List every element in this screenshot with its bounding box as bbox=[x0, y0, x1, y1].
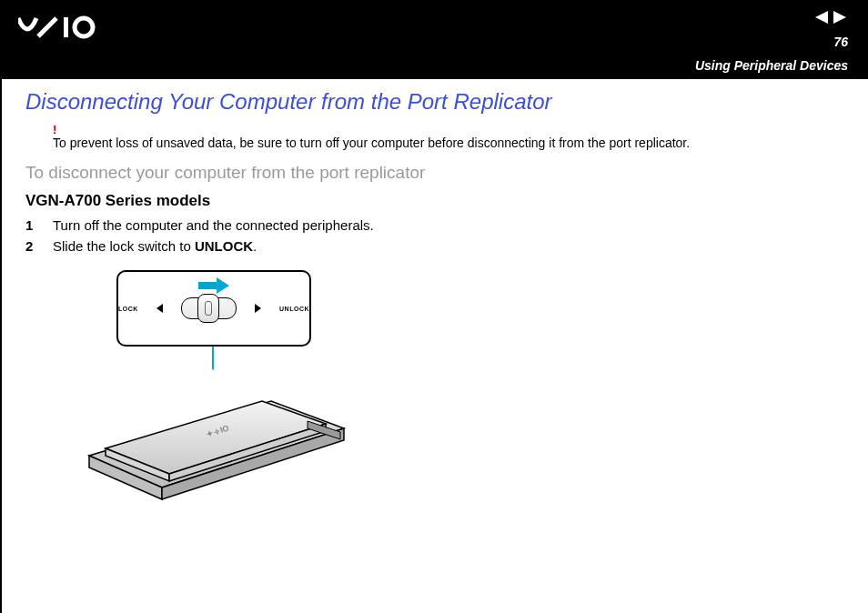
sub-heading: To disconnect your computer from the por… bbox=[25, 163, 844, 183]
vaio-logo-svg bbox=[18, 15, 118, 40]
model-heading: VGN-A700 Series models bbox=[25, 192, 844, 210]
port-replicator-drawing: ✦✧IO bbox=[80, 374, 353, 501]
svg-rect-4 bbox=[198, 282, 217, 289]
lock-label: LOCK bbox=[118, 306, 138, 312]
warning-text: To prevent loss of unsaved data, be sure… bbox=[53, 136, 844, 150]
page-number: 76 bbox=[833, 35, 848, 49]
step-number: 1 bbox=[25, 217, 36, 233]
step-text-bold: UNLOCK bbox=[195, 238, 253, 254]
vaio-logo bbox=[18, 15, 118, 46]
triangle-right-icon bbox=[255, 304, 261, 313]
svg-marker-5 bbox=[217, 277, 229, 294]
next-page-icon[interactable] bbox=[833, 11, 848, 24]
step-text-suffix: . bbox=[253, 238, 257, 254]
svg-marker-2 bbox=[815, 11, 828, 24]
arrow-right-icon bbox=[198, 277, 229, 294]
step-text: Turn off the computer and the connected … bbox=[53, 217, 374, 233]
illustration: LOCK UNLOCK bbox=[80, 270, 353, 505]
svg-marker-3 bbox=[833, 11, 846, 24]
step-number: 2 bbox=[25, 238, 36, 254]
header-divider bbox=[2, 79, 868, 80]
lock-switch-panel: LOCK UNLOCK bbox=[116, 270, 311, 347]
warning-icon: ! bbox=[53, 124, 844, 136]
prev-page-icon[interactable] bbox=[813, 11, 828, 24]
leader-line bbox=[212, 347, 214, 370]
svg-marker-7 bbox=[212, 363, 214, 370]
steps-list: 1 Turn off the computer and the connecte… bbox=[25, 217, 844, 254]
slider-knob bbox=[197, 294, 219, 323]
step-item: 1 Turn off the computer and the connecte… bbox=[25, 217, 844, 233]
page-content: Disconnecting Your Computer from the Por… bbox=[2, 80, 868, 505]
step-text-prefix: Slide the lock switch to bbox=[53, 238, 195, 254]
warning-block: ! To prevent loss of unsaved data, be su… bbox=[53, 124, 844, 150]
step-text: Slide the lock switch to UNLOCK. bbox=[53, 238, 257, 254]
svg-point-1 bbox=[75, 18, 93, 36]
unlock-label: UNLOCK bbox=[279, 306, 309, 312]
svg-rect-0 bbox=[64, 17, 68, 37]
nav-arrows bbox=[813, 11, 848, 24]
header-bar: 76 Using Peripheral Devices bbox=[2, 2, 868, 80]
lock-slider bbox=[181, 297, 237, 319]
triangle-left-icon bbox=[156, 304, 163, 313]
section-title: Using Peripheral Devices bbox=[695, 58, 848, 73]
step-item: 2 Slide the lock switch to UNLOCK. bbox=[25, 238, 844, 254]
page-title: Disconnecting Your Computer from the Por… bbox=[25, 89, 844, 115]
